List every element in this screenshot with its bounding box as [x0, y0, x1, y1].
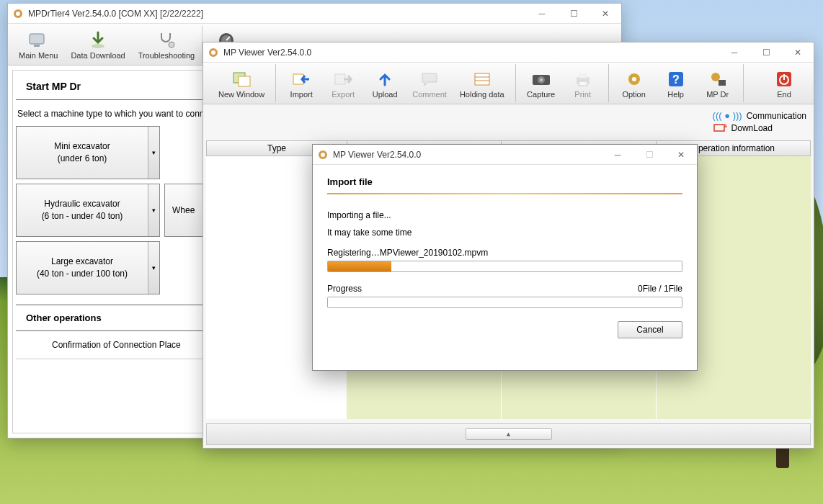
end-button[interactable]: End [763, 64, 805, 102]
upload-label: Upload [373, 90, 398, 99]
svg-rect-32 [714, 125, 724, 131]
close-button[interactable]: ✕ [590, 4, 621, 24]
communication-status: ((( ● )))Communication [713, 110, 806, 121]
file-progress-fill [328, 261, 391, 271]
download-icon [713, 123, 727, 133]
dropdown-arrow-icon[interactable]: ▾ [148, 127, 159, 179]
progress-label: Progress [327, 284, 362, 294]
svg-point-9 [211, 50, 215, 55]
svg-rect-28 [719, 80, 726, 86]
svg-point-34 [321, 153, 325, 157]
svg-text:?: ? [672, 73, 680, 86]
mpviewer-titlebar[interactable]: MP Viewer Ver2.54.0.0 ─ ☐ ✕ [203, 42, 814, 63]
holding-data-icon [471, 68, 493, 90]
main-menu-label: Main Menu [19, 51, 58, 60]
minimize-button[interactable]: ─ [602, 145, 633, 165]
upload-icon [374, 68, 396, 90]
troubleshooting-button[interactable]: Troubleshooting [132, 25, 203, 63]
chevron-up-icon: ▲ [505, 431, 512, 438]
mpdr-title-text: MPDrTier4 Ver2.54.0.0 [COM XX] [2/22/222… [28, 9, 203, 19]
machine-hydraulic-excavator[interactable]: Hydraulic excavator(6 ton - under 40 ton… [16, 184, 160, 237]
svg-rect-14 [475, 73, 489, 85]
import-dialog: MP Viewer Ver2.54.0.0 ─ ☐ ✕ Import file … [312, 144, 698, 371]
dialog-app-icon [317, 149, 329, 161]
registering-text: Registering…MPViewer_20190102.mpvm [327, 248, 682, 258]
importing-text: Importing a file... [327, 210, 682, 220]
machine-large-excavator[interactable]: Large excavator(40 ton - under 100 ton)▾ [16, 241, 160, 294]
mpviewer-toolbar: New Window Import Export Upload Comment … [203, 63, 814, 104]
svg-point-4 [92, 44, 104, 48]
help-button[interactable]: ?Help [655, 64, 697, 102]
import-icon [290, 68, 312, 90]
upload-button[interactable]: Upload [364, 64, 406, 102]
svg-rect-2 [30, 34, 44, 44]
print-button[interactable]: Print [562, 64, 604, 102]
maximize-button[interactable]: ☐ [633, 145, 665, 165]
export-icon [332, 68, 354, 90]
maximize-button[interactable]: ☐ [558, 4, 590, 24]
mpdr-button[interactable]: MP Dr [697, 64, 739, 102]
export-button[interactable]: Export [322, 64, 364, 102]
camera-icon [530, 68, 552, 90]
print-label: Print [574, 90, 591, 99]
mpdr-label: MP Dr [706, 90, 729, 99]
capture-label: Capture [527, 90, 555, 99]
printer-icon [572, 68, 594, 90]
footer-bar: ▲ [206, 423, 811, 445]
gear-icon [623, 68, 645, 90]
export-label: Export [332, 90, 355, 99]
comment-icon [419, 68, 440, 90]
expand-up-button[interactable]: ▲ [466, 428, 552, 440]
comment-button[interactable]: Comment [406, 64, 453, 102]
progress-count: 0File / 1File [638, 284, 682, 294]
data-download-button[interactable]: Data Download [64, 25, 131, 63]
close-button[interactable]: ✕ [665, 145, 697, 165]
comment-label: Comment [412, 90, 447, 99]
svg-rect-21 [579, 73, 587, 78]
close-button[interactable]: ✕ [782, 42, 814, 63]
mpviewer-title-text: MP Viewer Ver2.54.0.0 [223, 48, 311, 58]
mpviewer-app-icon [208, 47, 219, 58]
stethoscope-icon [156, 30, 177, 51]
option-button[interactable]: Option [613, 64, 655, 102]
mpdr-titlebar[interactable]: MPDrTier4 Ver2.54.0.0 [COM XX] [2/22/222… [8, 4, 621, 24]
mpdr-app-icon [12, 8, 24, 19]
svg-rect-22 [579, 81, 587, 86]
dropdown-arrow-icon[interactable]: ▾ [148, 242, 159, 294]
import-file-heading: Import file [327, 176, 682, 187]
signal-icon: ((( ● ))) [713, 110, 742, 121]
svg-point-1 [16, 12, 20, 16]
dialog-titlebar[interactable]: MP Viewer Ver2.54.0.0 ─ ☐ ✕ [313, 145, 697, 165]
capture-button[interactable]: Capture [520, 64, 562, 102]
new-window-button[interactable]: New Window [212, 64, 271, 102]
heading-divider [327, 193, 682, 194]
status-panel: ((( ● )))Communication DownLoad [713, 110, 806, 135]
svg-rect-3 [34, 45, 40, 47]
svg-point-19 [540, 78, 543, 81]
minimize-button[interactable]: ─ [526, 4, 558, 24]
power-icon [773, 68, 795, 90]
machine-mini-excavator[interactable]: Mini excavator(under 6 ton)▾ [16, 126, 160, 179]
option-label: Option [622, 90, 645, 99]
svg-rect-13 [335, 74, 345, 84]
cancel-button[interactable]: Cancel [618, 321, 682, 338]
svg-point-24 [632, 77, 636, 81]
main-menu-button[interactable]: Main Menu [12, 25, 64, 63]
file-progress-bar [327, 261, 682, 272]
minimize-button[interactable]: ─ [719, 42, 750, 63]
dialog-title-text: MP Viewer Ver2.54.0.0 [333, 150, 421, 160]
holding-data-label: Holding data [460, 90, 504, 99]
download-arrow-icon [87, 30, 109, 51]
svg-point-5 [169, 42, 174, 48]
svg-rect-11 [239, 76, 250, 86]
data-download-label: Data Download [71, 51, 125, 60]
maximize-button[interactable]: ☐ [750, 42, 782, 63]
overall-progress-bar [327, 297, 682, 308]
troubleshooting-label: Troubleshooting [138, 51, 195, 60]
import-button[interactable]: Import [280, 64, 322, 102]
dropdown-arrow-icon[interactable]: ▾ [148, 184, 159, 236]
new-window-label: New Window [218, 90, 264, 99]
holding-data-button[interactable]: Holding data [453, 64, 511, 102]
monitor-icon [27, 30, 49, 51]
import-label: Import [290, 90, 313, 99]
